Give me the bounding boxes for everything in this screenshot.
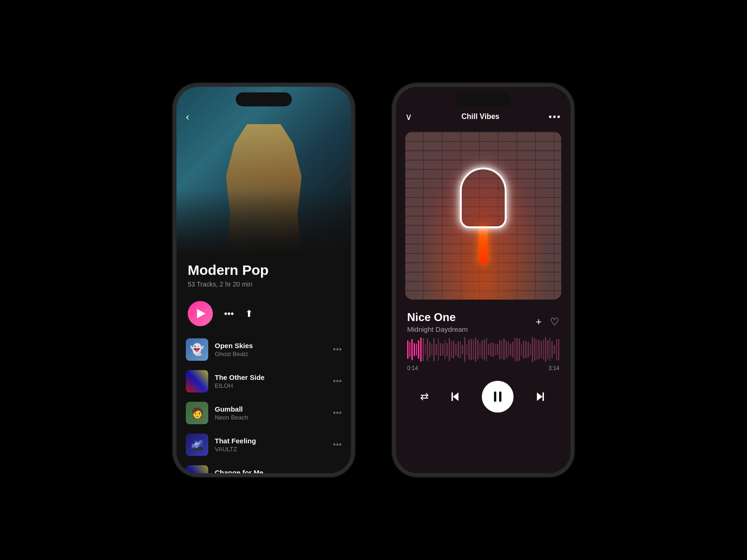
svg-marker-2 [537,392,543,401]
pause-button[interactable] [482,381,514,413]
waveform-bar [541,341,542,357]
waveform-bar [420,337,422,361]
track-more-button[interactable]: ••• [333,440,342,450]
next-button[interactable] [534,391,546,403]
time-display: 0:14 3:14 [396,362,571,376]
waveform-bar [484,339,485,359]
track-thumbnail [186,465,208,473]
waveform-bar [475,337,476,362]
waveform-container[interactable] [396,337,571,362]
phone1-hero: ‹ [176,87,351,255]
waveform-visual [407,337,559,362]
phone1-notch [236,92,292,106]
track-artist: Neon Beach [215,414,326,421]
phone2-content: ∨ Chill Vibes ••• Nice One Midnight Dayd… [396,87,571,473]
waveform-bar [473,339,474,360]
waveform-bar [455,343,457,355]
share-button[interactable]: ⬆ [245,308,253,319]
popsicle-stick [479,226,487,264]
waveform-bar [508,342,509,357]
waveform-bar [516,338,518,361]
waveform-bar [554,345,555,355]
waveform-bar [416,343,417,356]
waveform-bar [409,342,411,357]
waveform-bar [488,344,489,355]
waveform-bar [493,342,494,357]
track-thumbnail [186,370,208,392]
waveform-bar [481,340,483,359]
now-playing-track-name: Nice One [407,311,468,324]
waveform-bar [460,341,461,358]
track-more-button[interactable]: ••• [333,472,342,474]
more-options-button[interactable]: ••• [224,308,234,319]
track-thumbnail: 🧑 [186,402,208,424]
hero-overlay [176,189,351,255]
waveform-bar [477,340,479,359]
waveform-bar [458,341,459,358]
playlist-name: Chill Vibes [461,112,500,121]
waveform-bar [440,343,441,356]
track-name: That Feeling [215,437,326,445]
playlist-info: Modern Pop 53 Tracks, 2 hr 20 min [176,255,351,294]
phone2-notch [455,92,511,106]
waveform-bar [525,341,527,359]
track-artist: EILOH [215,382,326,389]
previous-button[interactable] [449,391,461,403]
track-more-button[interactable]: ••• [333,377,342,386]
waveform-bar [490,343,492,357]
track-item[interactable]: 👻 Open Skies Ghost Beatz ••• [176,334,351,365]
pause-bar-left [494,392,496,402]
phone-1: ‹ Modern Pop 53 Tracks, 2 hr 20 min ••• … [173,83,355,477]
waveform-bar [499,340,500,360]
play-icon [197,309,205,318]
track-more-button[interactable]: ••• [333,345,342,355]
waveform-bar [532,337,533,362]
waveform-bar [418,340,419,359]
waveform-bar [444,340,446,359]
track-item[interactable]: 🧑 Gumball Neon Beach ••• [176,397,351,429]
waveform-bar [466,344,468,355]
add-to-library-button[interactable]: + [536,316,542,328]
track-info: Change for Me EILOH [215,469,326,473]
track-artist: Ghost Beatz [215,350,326,357]
waveform-bar [519,338,520,361]
waveform-bar [528,342,529,357]
track-more-button[interactable]: ••• [333,408,342,418]
favorite-button[interactable]: ♡ [550,316,559,328]
chevron-down-button[interactable]: ∨ [405,111,412,122]
play-button[interactable] [188,301,213,326]
track-thumbnail: 🌌 [186,434,208,456]
waveform-bar [536,339,538,360]
track-item[interactable]: 🌌 That Feeling VAULTZ ••• [176,429,351,461]
back-button[interactable]: ‹ [186,111,189,123]
waveform-bar [543,339,544,360]
playlist-title: Modern Pop [188,262,340,278]
svg-rect-1 [451,392,453,401]
waveform-bar [438,338,439,361]
waveform-bar [514,337,516,361]
waveform-bar [462,345,463,355]
feeling-thumb: 🌌 [186,434,208,456]
track-item[interactable]: The Other Side EILOH ••• [176,365,351,397]
waveform-bar [530,343,531,355]
playlist-controls: ••• ⬆ [176,294,351,334]
waveform-bar [538,340,540,360]
waveform-bar [468,339,470,360]
shuffle-button[interactable]: ⇄ [420,391,429,403]
waveform-bar [503,338,505,361]
waveform-bar [534,338,536,361]
track-artist: VAULTZ [215,446,326,453]
pause-icon [494,392,501,402]
track-list: 👻 Open Skies Ghost Beatz ••• The Other S… [176,334,351,473]
waveform-bar [407,340,409,359]
waveform-bar [558,339,559,361]
neon-art-visual [405,132,561,300]
track-item[interactable]: Change for Me EILOH ••• [176,461,351,473]
neon-popsicle [460,168,507,264]
header-menu-button[interactable]: ••• [549,112,561,122]
waveform-bar [551,341,553,358]
waveform-bar [411,339,413,360]
playback-controls: ⇄ [396,376,571,427]
waveform-bar [547,340,549,359]
gumball-thumb: 🧑 [186,402,208,424]
